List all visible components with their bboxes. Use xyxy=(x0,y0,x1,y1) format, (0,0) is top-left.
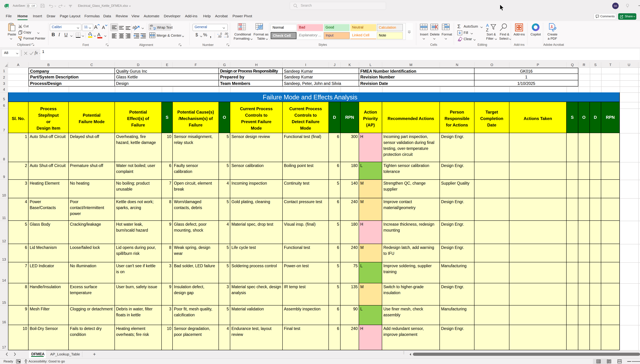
svg-text:X: X xyxy=(5,5,7,7)
